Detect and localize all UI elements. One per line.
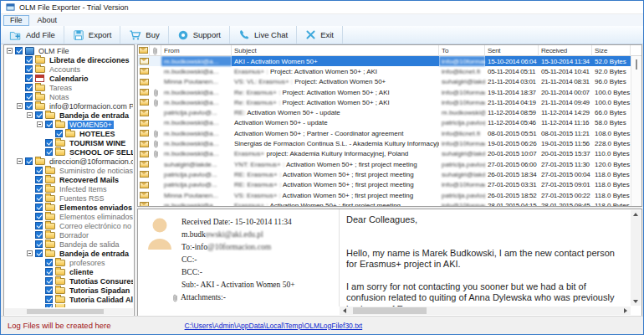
tree-item-tutoria-calidad-alime[interactable]: Tutoria Calidad Alime — [5, 295, 133, 304]
scroll-down-arrow[interactable] — [633, 300, 638, 303]
mail-row[interactable]: m.budkowski@a...Re: Erasmus+ : Project: … — [138, 87, 631, 97]
checked-checkbox[interactable] — [45, 286, 53, 294]
collapse-icon[interactable] — [27, 112, 33, 118]
scrollbar-thumb[interactable] — [353, 307, 427, 314]
collapse-icon[interactable] — [17, 103, 23, 109]
tree-item-suministro-de-noticias[interactable]: Suministro de noticias — [5, 166, 133, 175]
column-header-size[interactable]: Size — [592, 45, 631, 56]
checked-checkbox[interactable] — [45, 148, 53, 156]
tree-item-recovered-mails[interactable]: Recovered Mails — [5, 175, 133, 184]
exit-button[interactable]: Exit — [297, 26, 343, 44]
mail-row[interactable]: m.budkowski@a...Sinergias de Formacion C… — [138, 138, 631, 148]
column-header-from[interactable]: From — [161, 45, 232, 56]
mail-row[interactable]: Minna Poutanen...VS: Erasmus+ : Activati… — [138, 190, 631, 200]
checked-checkbox[interactable] — [25, 157, 33, 165]
collapse-icon[interactable] — [7, 48, 13, 54]
scroll-right-arrow[interactable] — [624, 308, 627, 313]
column-header-sent[interactable]: Sent — [485, 45, 539, 56]
menu-file[interactable]: File — [3, 15, 29, 26]
tree-item-elementos-eliminados[interactable]: Elementos eliminados — [5, 212, 133, 221]
mail-row[interactable]: m.budkowski@a...AKI - Activation Women 5… — [138, 56, 631, 66]
tree-item-women50-[interactable]: WOMEN50+ — [5, 120, 133, 129]
checked-checkbox[interactable] — [25, 75, 33, 82]
tree-item-direccion-10formacion-com[interactable]: direccion@10formacion.com — [5, 157, 133, 166]
checked-checkbox[interactable] — [35, 176, 43, 183]
tree-item[interactable] — [5, 304, 133, 307]
sidebar-horizontal-scrollbar[interactable] — [5, 308, 133, 315]
checked-checkbox[interactable] — [45, 277, 53, 285]
mail-row[interactable]: m.budkowski@a...Activation Women 50+ - u… — [138, 118, 631, 128]
checked-checkbox[interactable] — [55, 130, 63, 137]
tree-item-correo-electr-nico-no-des[interactable]: Correo electrónico no des — [5, 221, 133, 230]
tree-item-elementos-enviados[interactable]: Elementos enviados — [5, 203, 133, 212]
column-header-to[interactable]: To — [439, 45, 485, 56]
checked-checkbox[interactable] — [35, 213, 43, 220]
tree-item-olm-file[interactable]: OLM File — [5, 46, 133, 55]
tree-item-bandeja-de-salida[interactable]: Bandeja de salida — [5, 240, 133, 249]
add-file-button[interactable]: Add File — [1, 26, 64, 44]
checked-checkbox[interactable] — [35, 240, 43, 248]
mail-list-vertical-scrollbar[interactable] — [631, 56, 641, 206]
tree-item-tutotias-consuresto[interactable]: Tutotias Consuresto — [5, 276, 133, 286]
preview-vertical-scrollbar[interactable] — [631, 210, 641, 306]
tree-item-profesores[interactable]: profesores — [5, 258, 133, 267]
tree-item-bandeja-de-entrada[interactable]: Bandeja de entrada — [5, 111, 133, 120]
mail-row[interactable]: patricija.pavlo@...RE: Erasmus+ : Activa… — [138, 169, 631, 179]
checked-checkbox[interactable] — [25, 84, 33, 91]
collapse-icon[interactable] — [17, 158, 23, 164]
collapse-icon[interactable] — [27, 250, 33, 256]
collapse-icon[interactable] — [37, 121, 43, 127]
checked-checkbox[interactable] — [15, 47, 23, 54]
mail-row[interactable]: patricija.pavlo@...RE: Erasmus+ : Activa… — [138, 180, 631, 190]
checked-checkbox[interactable] — [25, 56, 33, 64]
checked-checkbox[interactable] — [25, 93, 33, 100]
scroll-up-arrow[interactable] — [633, 213, 638, 216]
mail-row[interactable]: m.budkowski@a...Activation Women 50+ ; P… — [138, 128, 631, 138]
checked-checkbox[interactable] — [45, 139, 53, 147]
column-header-subject[interactable]: Subject — [232, 45, 439, 56]
tree-item-borrador[interactable]: Borrador — [5, 230, 133, 240]
preview-horizontal-scrollbar[interactable] — [340, 307, 631, 315]
log-file-link[interactable]: C:\Users\Admin\AppData\Local\Temp\OLMLog… — [185, 322, 363, 330]
checked-checkbox[interactable] — [45, 296, 53, 303]
attachment-column-header[interactable] — [150, 45, 161, 56]
tree-item-tutorias-sipadan[interactable]: Tutorias Sipadan — [5, 286, 133, 295]
checked-checkbox[interactable] — [45, 121, 53, 128]
tree-item-libreta-de-direcciones[interactable]: Libreta de direcciones — [5, 55, 133, 64]
checked-checkbox[interactable] — [35, 231, 43, 239]
checked-checkbox[interactable] — [45, 268, 53, 276]
tree-item-calendario[interactable]: Calendario — [5, 74, 133, 83]
checked-checkbox[interactable] — [45, 259, 53, 266]
tree-item-info-10formacion-com-pst[interactable]: info@10formacion.com PST — [5, 101, 133, 111]
checked-checkbox[interactable] — [35, 167, 43, 174]
mail-row[interactable]: Minna Poutanen...VS: VL: Erasmus+ : Proj… — [138, 77, 631, 87]
tree-item-infected-items[interactable]: Infected Items — [5, 184, 133, 193]
mail-row[interactable]: m.budkowski@a...Erasmus+ project: Akadem… — [138, 149, 631, 159]
checked-checkbox[interactable] — [25, 102, 33, 110]
menu-about[interactable]: About — [32, 16, 64, 25]
checked-checkbox[interactable] — [25, 65, 33, 73]
mail-row[interactable]: suhalgiri@lakde...YNT: Erasmus+ : Activa… — [138, 159, 631, 169]
checked-checkbox[interactable] — [35, 222, 43, 229]
scrollbar-thumb[interactable] — [636, 59, 637, 70]
tree-item-tareas[interactable]: Tareas — [5, 83, 133, 92]
mail-row[interactable]: m.budkowski@a...Erasmus+ : Activation Wo… — [138, 200, 631, 206]
support-button[interactable]: Support — [169, 26, 230, 44]
checked-checkbox[interactable] — [35, 204, 43, 211]
tree-item-cliente[interactable]: cliente — [5, 267, 133, 276]
tree-item-notas[interactable]: Notas — [5, 92, 133, 101]
export-button[interactable]: Export — [64, 26, 120, 44]
tree-item-tourism-wine[interactable]: TOURISM WINE — [5, 138, 133, 147]
checked-checkbox[interactable] — [35, 111, 43, 119]
mail-row[interactable]: patricija.pavlo@...RE: Activation Women … — [138, 107, 631, 117]
buy-button[interactable]: Buy — [120, 26, 168, 44]
mail-row[interactable]: m.budkowski@a...Re: Erasmus+ : Project: … — [138, 97, 631, 107]
tree-item-fuentes-rss[interactable]: Fuentes RSS — [5, 193, 133, 203]
checked-checkbox[interactable] — [35, 185, 43, 193]
scrollbar-thumb[interactable] — [27, 309, 104, 314]
tree-item-accounts[interactable]: Accounts — [5, 64, 133, 74]
checked-checkbox[interactable] — [45, 304, 53, 307]
tree-item-hoteles[interactable]: HOTELES — [5, 129, 133, 138]
scroll-left-arrow[interactable] — [343, 308, 346, 313]
tree-item-school-of-sellei[interactable]: SCHOOL OF SELLEI — [5, 147, 133, 157]
